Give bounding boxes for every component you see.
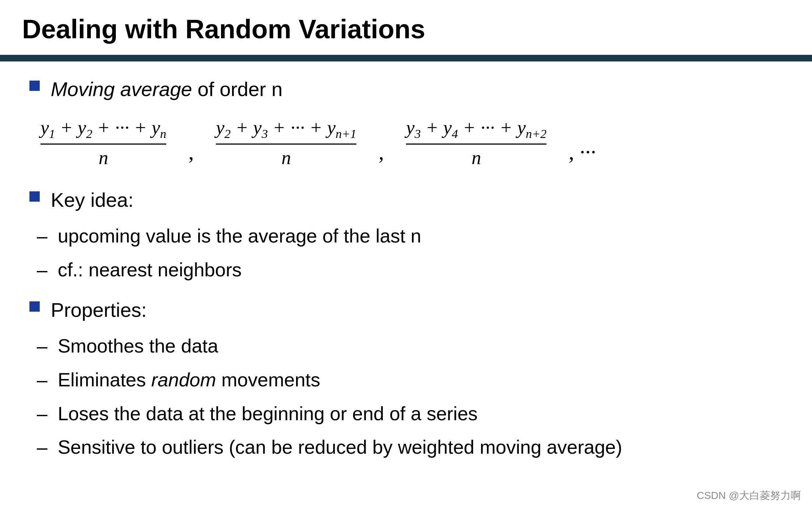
- bullet3-sub1: – Smoothes the data: [37, 334, 783, 359]
- bullet2-sub1: – upcoming value is the average of the l…: [37, 224, 783, 249]
- bullet3-sub3: – Loses the data at the beginning or end…: [37, 401, 783, 426]
- dash-icon-3: –: [37, 334, 47, 359]
- bullet1-rest: of order n: [192, 78, 282, 100]
- dash-icon-4: –: [37, 368, 47, 393]
- dash-icon-1: –: [37, 224, 47, 249]
- dash-icon-5: –: [37, 401, 47, 426]
- bullet3-sub2-italic: random: [151, 369, 216, 390]
- fraction-1: y1 + y2 + ··· + yn n: [40, 117, 166, 168]
- fraction-3-denominator: n: [471, 145, 481, 169]
- bullet2-square: [29, 191, 40, 202]
- bullet3-sub2-text: Eliminates random movements: [58, 368, 320, 393]
- slide-container: Dealing with Random Variations Moving av…: [0, 0, 812, 510]
- bullet3-item: Properties:: [29, 297, 783, 323]
- dots-end: , ···: [569, 139, 596, 169]
- fraction-3-numerator: y3 + y4 + ··· + yn+2: [406, 117, 546, 144]
- bullet3-sub-list: – Smoothes the data – Eliminates random …: [37, 334, 783, 460]
- bullet3-sub1-text: Smoothes the data: [58, 334, 218, 359]
- bullet3-sub2-after: movements: [216, 369, 320, 390]
- slide-title: Dealing with Random Variations: [22, 15, 790, 44]
- formula-section: y1 + y2 + ··· + yn n , y2 + y3 + ··· + y…: [29, 117, 783, 168]
- comma-2: ,: [378, 139, 384, 169]
- fraction-1-denominator: n: [99, 145, 108, 169]
- bullet2-sub2: – cf.: nearest neighbors: [37, 258, 783, 283]
- title-area: Dealing with Random Variations: [0, 0, 812, 51]
- watermark: CSDN @大白菱努力啊: [697, 489, 801, 503]
- bullet2-sub1-text: upcoming value is the average of the las…: [58, 224, 421, 249]
- bullet1-item: Moving average of order n: [29, 76, 783, 102]
- bullet2-item: Key idea:: [29, 187, 783, 213]
- bullet3-text: Properties:: [51, 297, 147, 323]
- fraction-2-numerator: y2 + y3 + ··· + yn+1: [216, 117, 356, 144]
- bullet2-text: Key idea:: [51, 187, 133, 213]
- bullet2-sub-list: – upcoming value is the average of the l…: [37, 224, 783, 282]
- bullet1-text: Moving average of order n: [51, 76, 282, 102]
- bullet3-sub2-before: Eliminates: [58, 369, 151, 390]
- content-area: Moving average of order n y1 + y2 + ··· …: [0, 61, 812, 486]
- bullet3-sub3-text: Loses the data at the beginning or end o…: [58, 401, 478, 426]
- bullet2-wrapper: Key idea: – upcoming value is the averag…: [29, 187, 783, 282]
- bullet1-square: [29, 81, 40, 91]
- bullet3-sub2: – Eliminates random movements: [37, 368, 783, 393]
- bullet3-wrapper: Properties: – Smoothes the data – Elimin…: [29, 297, 783, 460]
- fraction-2-denominator: n: [281, 145, 291, 169]
- bullet1-italic: Moving average: [51, 78, 192, 100]
- bullet3-sub4: – Sensitive to outliers (can be reduced …: [37, 435, 783, 460]
- title-bar: [0, 55, 812, 61]
- bullet3-sub4-text: Sensitive to outliers (can be reduced by…: [58, 435, 622, 460]
- bullet3-square: [29, 301, 40, 312]
- dash-icon-2: –: [37, 258, 47, 283]
- dash-icon-6: –: [37, 435, 47, 460]
- fraction-1-numerator: y1 + y2 + ··· + yn: [40, 117, 166, 144]
- fraction-3: y3 + y4 + ··· + yn+2 n: [406, 117, 546, 168]
- fraction-2: y2 + y3 + ··· + yn+1 n: [216, 117, 356, 168]
- bullet2-sub2-text: cf.: nearest neighbors: [58, 258, 242, 283]
- bullet1-wrapper: Moving average of order n: [29, 76, 783, 102]
- comma-1: ,: [188, 139, 194, 169]
